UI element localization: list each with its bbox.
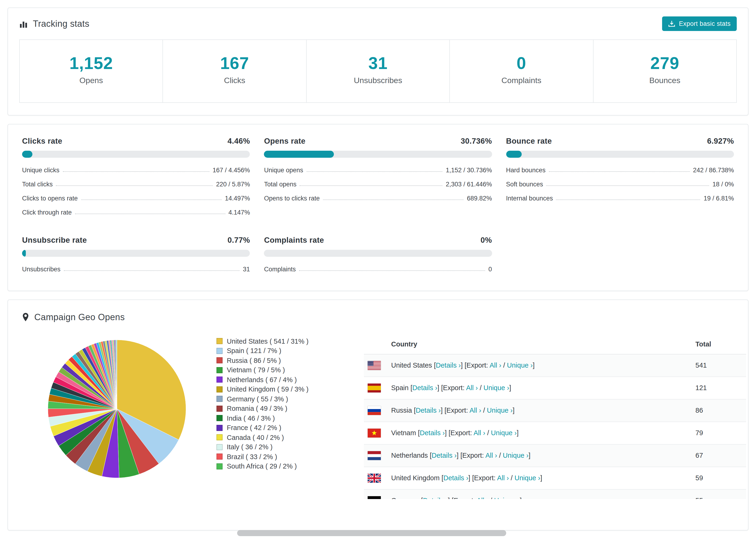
total-cell: 86 (695, 406, 746, 414)
stat-box-clicks: 167 Clicks (163, 40, 307, 102)
details-link[interactable]: Details › (420, 429, 445, 437)
legend-label: Vietnam ( 79 / 5% ) (227, 366, 285, 374)
dotted-leader (323, 199, 464, 200)
rate-title: Unsubscribe rate (22, 236, 87, 244)
scrollbar-thumb[interactable] (237, 530, 506, 536)
metric-label: Unique clicks (22, 167, 59, 174)
metric-label: Complaints (264, 266, 296, 273)
legend-item-vn: Vietnam ( 79 / 5% ) (216, 365, 351, 375)
metric-value: 167 / 4.456% (213, 167, 250, 174)
legend-item-us: United States ( 541 / 31% ) (216, 336, 351, 346)
rate-value: 6.927% (707, 136, 734, 145)
export-unique-link[interactable]: Unique › (487, 406, 513, 414)
legend-swatch (216, 357, 223, 364)
unsubscribes-label: Unsubscribes (307, 76, 450, 85)
metric-row: Unique clicks167 / 4.456% (22, 163, 250, 177)
metric-row: Clicks to opens rate14.497% (22, 191, 250, 205)
export-basic-stats-button[interactable]: Export basic stats (662, 17, 737, 31)
details-link[interactable]: Details › (432, 452, 457, 459)
opens-count: 1,152 (20, 54, 163, 73)
country-cell: Netherlands [Details ›] [Export: All › /… (391, 452, 695, 459)
complaints-count: 0 (450, 54, 593, 73)
metric-value: 0 (488, 266, 492, 273)
tracking-stats-title: Tracking stats (33, 19, 89, 29)
clicks-count: 167 (163, 54, 306, 73)
export-unique-link[interactable]: Unique › (514, 474, 540, 482)
export-all-link[interactable]: All › (466, 384, 478, 392)
total-column-header: Total (695, 340, 746, 348)
details-link[interactable]: Details › (436, 361, 460, 369)
legend-item-ru: Russia ( 86 / 5% ) (216, 355, 351, 365)
tracking-stats-card: Tracking stats Export basic stats 1,152 … (8, 8, 748, 115)
geo-opens-title: Campaign Geo Opens (34, 312, 125, 322)
metric-row: Opens to clicks rate689.82% (264, 191, 492, 205)
geo-table: Country Total United States [Details ›] … (364, 335, 746, 499)
legend-label: Germany ( 55 / 3% ) (227, 395, 288, 403)
export-all-link[interactable]: All › (473, 429, 485, 437)
flag-de-icon (368, 496, 381, 499)
country-name: United Kingdom (391, 474, 440, 482)
legend-swatch (216, 405, 223, 412)
metric-row: Unique opens1,152 / 30.736% (264, 163, 492, 177)
legend-label: South Africa ( 29 / 2% ) (227, 463, 297, 470)
export-all-link[interactable]: All › (497, 474, 509, 482)
details-link[interactable]: Details › (412, 384, 437, 392)
metric-row: Total clicks220 / 5.87% (22, 177, 250, 191)
legend-swatch (216, 367, 223, 373)
flag-es-icon (368, 383, 381, 392)
bounce-rate-progressbar (506, 150, 734, 157)
geo-table-row-nl: Netherlands [Details ›] [Export: All › /… (364, 444, 746, 467)
rate-title: Complaints rate (264, 236, 324, 244)
details-link[interactable]: Details › (423, 497, 448, 499)
export-unique-link[interactable]: Unique › (507, 361, 533, 369)
dotted-leader (81, 199, 222, 200)
rate-value: 0% (481, 236, 492, 244)
metric-row: Click through rate4.147% (22, 205, 250, 219)
geo-table-row-es: Spain [Details ›] [Export: All › / Uniqu… (364, 377, 746, 399)
legend-label: Romania ( 49 / 3% ) (227, 405, 287, 412)
country-cell: Germany [Details ›] [Export: All › / Uni… (391, 497, 695, 499)
details-link[interactable]: Details › (443, 474, 468, 482)
metric-label: Hard bounces (506, 167, 545, 174)
export-unique-link[interactable]: Unique › (503, 452, 529, 459)
metric-label: Opens to clicks rate (264, 195, 320, 202)
metric-row: Soft bounces18 / 0% (506, 177, 734, 191)
export-unique-link[interactable]: Unique › (494, 497, 520, 499)
horizontal-scrollbar[interactable] (0, 530, 756, 537)
unsubscribes-count: 31 (307, 54, 450, 73)
legend-swatch (216, 425, 223, 431)
clicks-rate-block: Clicks rate 4.46% Unique clicks167 / 4.4… (22, 136, 250, 219)
legend-label: Russia ( 86 / 5% ) (227, 357, 281, 364)
metric-value: 19 / 6.81% (704, 195, 734, 202)
flag-us-icon (368, 361, 381, 370)
country-name: Germany (391, 497, 419, 499)
legend-label: United States ( 541 / 31% ) (227, 338, 308, 345)
details-link[interactable]: Details › (416, 406, 441, 414)
legend-item-ro: Romania ( 49 / 3% ) (216, 404, 351, 413)
total-cell: 67 (695, 452, 746, 459)
export-unique-link[interactable]: Unique › (483, 384, 509, 392)
dotted-leader (63, 171, 209, 172)
geo-table-row-gb: United Kingdom [Details ›] [Export: All … (364, 467, 746, 489)
progress-fill (264, 150, 334, 157)
export-unique-link[interactable]: Unique › (491, 429, 517, 437)
export-all-link[interactable]: All › (490, 361, 501, 369)
rate-title: Opens rate (264, 136, 305, 145)
rate-value: 4.46% (228, 136, 250, 145)
country-name: Netherlands (391, 452, 428, 459)
metric-value: 1,152 / 30.736% (446, 167, 492, 174)
metric-label: Total opens (264, 181, 297, 188)
page-content: Tracking stats Export basic stats 1,152 … (0, 0, 756, 538)
total-cell: 59 (695, 474, 746, 482)
export-all-link[interactable]: All › (469, 406, 481, 414)
country-name: Russia (391, 406, 412, 414)
legend-swatch (216, 377, 223, 383)
metric-row: Hard bounces242 / 86.738% (506, 163, 734, 177)
rate-title: Clicks rate (22, 136, 62, 145)
export-all-link[interactable]: All › (477, 497, 488, 499)
metric-value: 242 / 86.738% (693, 167, 734, 174)
export-all-link[interactable]: All › (485, 452, 497, 459)
unsubscribe-rate-block: Unsubscribe rate 0.77% Unsubscribes31 (22, 236, 250, 276)
metric-value: 31 (243, 266, 250, 273)
dotted-leader (300, 186, 443, 186)
